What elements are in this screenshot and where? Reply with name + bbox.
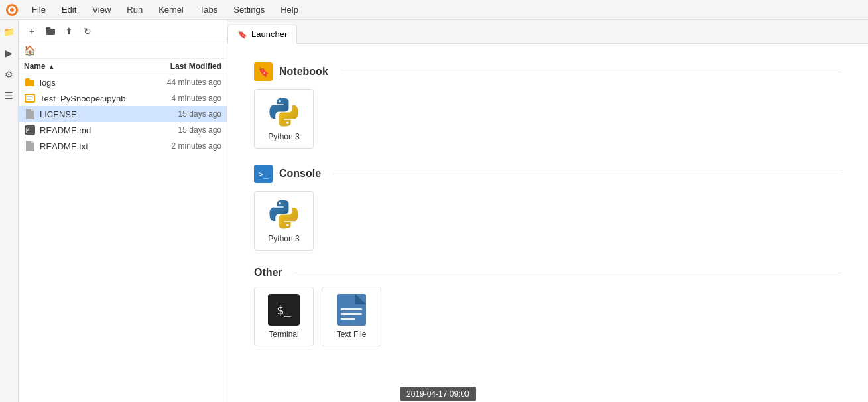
content-area: 🔖 Launcher 🔖 Notebook [227,20,868,402]
svg-rect-14 [341,318,355,320]
launcher-tab-label: Launcher [251,29,287,39]
menu-bar: File Edit View Run Kernel Tabs Settings … [0,0,868,20]
notebook-python3-card[interactable]: Python 3 [254,89,314,149]
name-column-header[interactable]: Name ▲ [24,62,142,71]
rail-run-icon[interactable]: ▶ [3,46,16,60]
svg-rect-5 [27,96,33,97]
tab-bar: 🔖 Launcher [227,20,868,44]
svg-rect-7 [27,99,31,100]
new-folder-button[interactable] [42,23,58,39]
file-row[interactable]: LICENSE 15 days ago [19,106,227,122]
refresh-button[interactable]: ↻ [80,23,95,39]
folder-icon [24,76,36,88]
text-file-card[interactable]: Text File [322,287,381,346]
svg-point-2 [10,8,14,12]
file-date-label: 15 days ago [142,125,221,135]
notebook-section-icon: 🔖 [254,62,273,81]
sort-arrow-icon: ▲ [48,63,55,70]
file-name-label: Test_PySnooper.ipynb [40,94,142,103]
notebook-python3-label: Python 3 [268,132,299,141]
svg-rect-13 [341,313,362,315]
terminal-label: Terminal [269,330,298,339]
file-list: logs 44 minutes ago Test_PySnooper.ipynb… [19,74,227,402]
file-name-label: README.md [40,125,142,135]
other-section-header: Other [254,267,841,279]
console-section-icon: >_ [254,165,273,183]
menu-view[interactable]: View [90,3,113,16]
file-row[interactable]: M README.md 15 days ago [19,122,227,138]
file-row[interactable]: Test_PySnooper.ipynb 4 minutes ago [19,90,227,106]
rail-commands-icon[interactable]: ⚙ [3,68,16,81]
jupyter-logo [5,3,19,17]
console-cards: Python 3 2019-04-17 09:00 [254,191,841,251]
menu-settings[interactable]: Settings [231,3,267,16]
datetime-tooltip: 2019-04-17 09:00 [400,387,476,401]
notebook-cards: Python 3 [254,89,841,149]
rail-tabs-icon[interactable]: ☰ [3,89,16,102]
text-file-label: Text File [337,330,367,339]
menu-tabs[interactable]: Tabs [197,3,220,16]
notebook-icon [24,92,36,104]
text-file-icon [336,294,367,326]
home-icon[interactable]: 🏠 [24,45,35,56]
menu-kernel[interactable]: Kernel [156,3,186,16]
file-name-label: logs [40,78,142,88]
console-section-title: Console [279,168,321,180]
menu-edit[interactable]: Edit [59,3,79,16]
markdown-icon: M [24,124,36,136]
file-name-label: LICENSE [40,109,142,119]
launcher-panel: 🔖 Notebook [227,44,868,402]
other-section-title: Other [254,267,282,279]
file-row[interactable]: logs 44 minutes ago [19,74,227,90]
file-date-label: 15 days ago [142,109,221,119]
file-icon [24,108,36,120]
rail-files-icon[interactable]: 📁 [3,25,16,38]
python-logo-console-icon [268,198,300,230]
menu-help[interactable]: Help [278,3,301,16]
console-python3-label: Python 3 [268,234,299,243]
svg-rect-12 [341,308,362,310]
tab-bookmark-icon: 🔖 [237,30,247,39]
breadcrumb-row: 🏠 [19,42,227,59]
svg-rect-6 [27,98,33,98]
file-panel: + ⬆ ↻ 🏠 Name ▲ Last Modified [19,20,227,402]
menu-file[interactable]: File [29,3,48,16]
svg-text:M: M [26,127,30,134]
file-name-label: README.txt [40,141,142,151]
modified-column-header[interactable]: Last Modified [142,62,221,71]
file-date-label: 4 minutes ago [142,94,221,103]
terminal-icon: $_ [268,294,300,326]
console-divider [333,174,841,174]
notebook-section-header: 🔖 Notebook [254,62,841,81]
python-logo-icon [268,96,300,128]
icon-rail: 📁 ▶ ⚙ ☰ [0,20,19,402]
text-file-icon [24,140,36,152]
console-python3-card[interactable]: Python 3 [254,191,314,251]
notebook-divider [340,72,841,72]
file-list-header: Name ▲ Last Modified [19,59,227,74]
menu-run[interactable]: Run [124,3,145,16]
other-divider [294,273,841,273]
other-cards: $_ Terminal Text File [254,287,841,346]
file-date-label: 44 minutes ago [142,78,221,87]
console-section-header: >_ Console [254,165,841,183]
notebook-section-title: Notebook [279,66,328,78]
terminal-card[interactable]: $_ Terminal [254,287,314,346]
new-file-button[interactable]: + [24,23,40,39]
upload-button[interactable]: ⬆ [61,23,77,39]
file-toolbar: + ⬆ ↻ [19,20,227,42]
launcher-tab[interactable]: 🔖 Launcher [227,25,297,44]
file-row[interactable]: README.txt 2 minutes ago [19,138,227,154]
file-date-label: 2 minutes ago [142,141,221,151]
